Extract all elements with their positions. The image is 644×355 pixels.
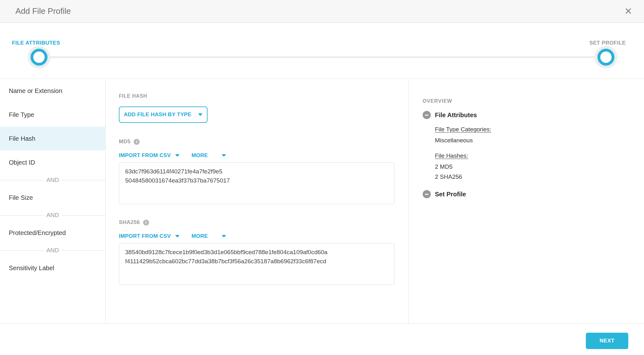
info-icon[interactable]: i [134,139,140,145]
md5-actions-row: IMPORT FROM CSV MORE [119,152,408,159]
add-file-profile-modal: Add File Profile ✕ FILE ATTRIBUTES SET P… [0,0,644,355]
file-hashes-sha256-count: 2 SHA256 [435,172,644,182]
file-type-categories-value: Miscellaneous [435,135,644,145]
divider-line [0,180,44,180]
import-from-csv-label: IMPORT FROM CSV [119,233,171,239]
sidebar-item-name-or-extension[interactable]: Name or Extension [0,79,105,103]
sidebar-item-object-id[interactable]: Object ID [0,150,105,174]
stepper-track [39,56,606,58]
sha256-import-from-csv-button[interactable]: IMPORT FROM CSV [119,233,180,239]
divider-line [62,180,105,180]
file-type-categories-heading: File Type Categories: [435,126,644,133]
step-circle-file-attributes[interactable] [28,46,50,68]
sidebar-item-file-size[interactable]: File Size [0,186,105,210]
close-icon: ✕ [624,6,632,16]
file-hashes-md5-count: 2 MD5 [435,162,644,172]
divider-line [0,250,44,251]
overview-file-hashes-block: File Hashes: 2 MD5 2 SHA256 [435,152,644,182]
chevron-down-icon [175,154,180,157]
sidebar-item-file-hash[interactable]: File Hash [0,127,105,150]
page-title: Add File Profile [15,0,71,22]
file-hash-section-label: FILE HASH [119,93,408,99]
divider-line [0,215,44,216]
sidebar-item-protected-encrypted[interactable]: Protected/Encrypted [0,221,105,245]
close-button[interactable]: ✕ [621,4,635,18]
divider-line [62,215,105,216]
chevron-down-icon [198,113,203,116]
md5-import-from-csv-button[interactable]: IMPORT FROM CSV [119,152,180,159]
overview-title: OVERVIEW [423,98,644,104]
and-label: AND [46,177,59,183]
sha256-label: SHA256 [119,219,140,226]
and-divider: AND [0,245,105,256]
chevron-down-icon [175,235,180,238]
file-hashes-heading: File Hashes: [435,152,644,159]
overview-set-profile-row: Set Profile [423,190,644,198]
more-label: MORE [192,152,208,159]
import-from-csv-label: IMPORT FROM CSV [119,152,171,159]
sha256-actions-row: IMPORT FROM CSV MORE [119,233,408,239]
step-circle-icon [597,49,614,66]
attributes-sidebar: Name or Extension File Type File Hash Ob… [0,79,106,324]
file-hash-panel: FILE HASH ADD FILE HASH BY TYPE MD5 i IM… [106,79,409,324]
and-divider: AND [0,210,105,221]
modal-header: Add File Profile ✕ [0,0,644,23]
and-label: AND [46,247,59,254]
md5-label-row: MD5 i [119,139,408,145]
and-label: AND [46,212,59,219]
overview-file-attributes-row: File Attributes [423,111,644,119]
chevron-down-icon [222,235,226,238]
step-label-file-attributes: FILE ATTRIBUTES [12,40,60,46]
overview-set-profile-label: Set Profile [435,191,466,198]
next-button[interactable]: NEXT [586,333,628,349]
info-icon[interactable]: i [143,220,149,226]
modal-body: Name or Extension File Type File Hash Ob… [0,79,644,323]
add-file-hash-by-type-label: ADD FILE HASH BY TYPE [124,112,192,118]
modal-footer: NEXT [0,323,644,355]
step-circle-set-profile[interactable] [595,46,617,68]
wizard-stepper: FILE ATTRIBUTES SET PROFILE [0,24,644,79]
more-label: MORE [192,233,208,239]
overview-file-attributes-label: File Attributes [435,112,477,119]
collapse-minus-icon[interactable] [423,190,431,198]
overview-panel: OVERVIEW File Attributes File Type Categ… [409,79,644,324]
chevron-down-icon [222,154,226,157]
md5-hash-input[interactable]: 63dc7f963d6114f40271fe4a7fe2f9e5 5048458… [119,162,394,204]
sha256-more-button[interactable]: MORE [192,233,226,239]
and-divider: AND [0,174,105,186]
overview-file-type-categories-block: File Type Categories: Miscellaneous [435,126,644,145]
add-file-hash-by-type-button[interactable]: ADD FILE HASH BY TYPE [119,106,208,123]
sha256-label-row: SHA256 i [119,219,408,226]
divider-line [62,250,105,251]
sidebar-item-file-type[interactable]: File Type [0,103,105,127]
md5-label: MD5 [119,139,130,145]
collapse-minus-icon[interactable] [423,111,431,119]
step-circle-icon [31,49,47,66]
md5-more-button[interactable]: MORE [192,152,226,159]
sha256-hash-input[interactable]: 38540bd9128c7fcece1b9f0ed3b3d1e065bbf9ce… [119,243,394,285]
step-label-set-profile: SET PROFILE [589,40,626,46]
sidebar-item-sensitivity-label[interactable]: Sensitivity Label [0,256,105,280]
